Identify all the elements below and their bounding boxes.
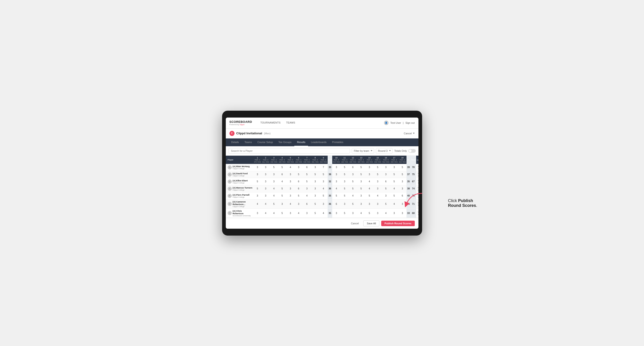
score-out-h5[interactable]: 3: [286, 208, 294, 218]
score-in-h17[interactable]: 3: [390, 164, 398, 171]
score-out-h6[interactable]: 3: [294, 199, 303, 208]
score-out-h6[interactable]: 4: [294, 208, 303, 218]
score-out-h1[interactable]: 3: [253, 171, 262, 178]
dq-button[interactable]: DQ: [418, 175, 418, 177]
score-out-h1[interactable]: 5: [253, 185, 262, 192]
wd-button[interactable]: WD: [418, 172, 418, 174]
score-in-h12[interactable]: 5: [349, 178, 357, 185]
score-out-h3[interactable]: 4: [270, 192, 278, 199]
score-out-h4[interactable]: 4: [278, 178, 286, 185]
score-in-h12[interactable]: 5: [349, 185, 357, 192]
score-out-h2[interactable]: 4: [262, 199, 270, 208]
dq-button[interactable]: DQ: [418, 213, 418, 216]
score-out-h1[interactable]: 3: [253, 208, 262, 218]
score-in-h18[interactable]: 3: [398, 178, 406, 185]
score-in-h13[interactable]: 5: [357, 164, 365, 171]
score-in-h11[interactable]: 5: [340, 192, 349, 199]
score-in-h17[interactable]: 5: [390, 178, 398, 185]
score-out-h1[interactable]: 4: [253, 199, 262, 208]
score-in-h11[interactable]: 3: [340, 178, 349, 185]
score-in-h12[interactable]: 4: [349, 192, 357, 199]
dq-button[interactable]: DQ: [418, 168, 418, 170]
score-in-h14[interactable]: 5: [365, 192, 374, 199]
score-out-h4[interactable]: 5: [278, 192, 286, 199]
score-in-h16[interactable]: 3: [382, 192, 390, 199]
score-out-h9[interactable]: 3: [319, 199, 328, 208]
tab-teams[interactable]: Teams: [242, 139, 254, 146]
score-out-h7[interactable]: 3: [303, 208, 311, 218]
score-out-h3[interactable]: 4: [270, 208, 278, 218]
score-out-h8[interactable]: 5: [311, 199, 319, 208]
score-in-h10[interactable]: 6: [332, 199, 340, 208]
score-out-h8[interactable]: 5: [311, 171, 319, 178]
tab-leaderboards[interactable]: Leaderboards: [308, 139, 329, 146]
score-in-h14[interactable]: 3: [365, 171, 374, 178]
wd-button[interactable]: WD: [418, 186, 418, 189]
score-in-h15[interactable]: 3: [374, 178, 382, 185]
filter-by-team-select[interactable]: Filter by team: [352, 148, 374, 154]
score-in-h18[interactable]: 5: [398, 171, 406, 178]
score-out-h7[interactable]: 6: [303, 164, 311, 171]
score-out-h6[interactable]: 5: [294, 192, 303, 199]
score-in-h15[interactable]: 5: [374, 171, 382, 178]
tournament-cancel-button[interactable]: Cancel ✕: [404, 132, 414, 135]
score-in-h16[interactable]: 4: [382, 208, 390, 218]
score-out-h8[interactable]: 3: [311, 178, 319, 185]
score-out-h5[interactable]: 4: [286, 164, 294, 171]
score-in-h10[interactable]: 3: [332, 208, 340, 218]
wd-button[interactable]: WD: [418, 179, 418, 181]
score-in-h10[interactable]: 3: [332, 164, 340, 171]
score-in-h18[interactable]: 5: [398, 164, 406, 171]
score-in-h13[interactable]: 5: [357, 171, 365, 178]
round-select[interactable]: Round 3: [376, 148, 392, 154]
score-out-h5[interactable]: 3: [286, 185, 294, 192]
score-in-h15[interactable]: 3: [374, 208, 382, 218]
score-in-h12[interactable]: 3: [349, 208, 357, 218]
tab-details[interactable]: Details: [228, 139, 242, 146]
score-in-h14[interactable]: 5: [365, 208, 374, 218]
score-in-h15[interactable]: 3: [374, 185, 382, 192]
score-out-h7[interactable]: 6: [303, 199, 311, 208]
score-out-h5[interactable]: 3: [286, 178, 294, 185]
score-in-h16[interactable]: 3: [382, 171, 390, 178]
score-in-h16[interactable]: 6: [382, 178, 390, 185]
score-out-h2[interactable]: 3: [262, 185, 270, 192]
score-out-h3[interactable]: 4: [270, 185, 278, 192]
score-out-h2[interactable]: 3: [262, 171, 270, 178]
tab-printables[interactable]: Printables: [329, 139, 346, 146]
score-in-h15[interactable]: 5: [374, 164, 382, 171]
tab-results[interactable]: Results: [294, 139, 308, 146]
score-in-h11[interactable]: 5: [340, 208, 349, 218]
score-out-h9[interactable]: 5: [319, 192, 328, 199]
score-in-h14[interactable]: 3: [365, 164, 374, 171]
score-in-h13[interactable]: 3: [357, 192, 365, 199]
score-out-h1[interactable]: 3: [253, 164, 262, 171]
score-out-h5[interactable]: 3: [286, 192, 294, 199]
score-out-h8[interactable]: 3: [311, 192, 319, 199]
score-out-h9[interactable]: 4: [319, 185, 328, 192]
score-out-h2[interactable]: 3: [262, 192, 270, 199]
score-out-h3[interactable]: 3: [270, 178, 278, 185]
score-out-h8[interactable]: 3: [311, 185, 319, 192]
score-out-h4[interactable]: 6: [278, 171, 286, 178]
publish-round-scores-button[interactable]: Publish Round Scores: [381, 221, 414, 226]
score-in-h16[interactable]: 5: [382, 199, 390, 208]
score-in-h12[interactable]: 6: [349, 164, 357, 171]
score-out-h8[interactable]: 5: [311, 208, 319, 218]
score-in-h10[interactable]: 5: [332, 192, 340, 199]
score-out-h3[interactable]: 3: [270, 171, 278, 178]
search-input[interactable]: [228, 148, 350, 154]
score-out-h7[interactable]: 4: [303, 192, 311, 199]
score-out-h9[interactable]: 5: [319, 171, 328, 178]
score-out-h8[interactable]: 3: [311, 164, 319, 171]
score-out-h7[interactable]: 3: [303, 185, 311, 192]
score-out-h2[interactable]: 3: [262, 164, 270, 171]
score-out-h3[interactable]: 5: [270, 199, 278, 208]
score-out-h4[interactable]: 5: [278, 185, 286, 192]
score-in-h13[interactable]: 5: [357, 185, 365, 192]
score-out-h5[interactable]: 3: [286, 171, 294, 178]
tab-tee-groups[interactable]: Tee Groups: [276, 139, 294, 146]
score-in-h14[interactable]: 4: [365, 178, 374, 185]
score-out-h9[interactable]: 3: [319, 178, 328, 185]
score-in-h11[interactable]: 5: [340, 185, 349, 192]
